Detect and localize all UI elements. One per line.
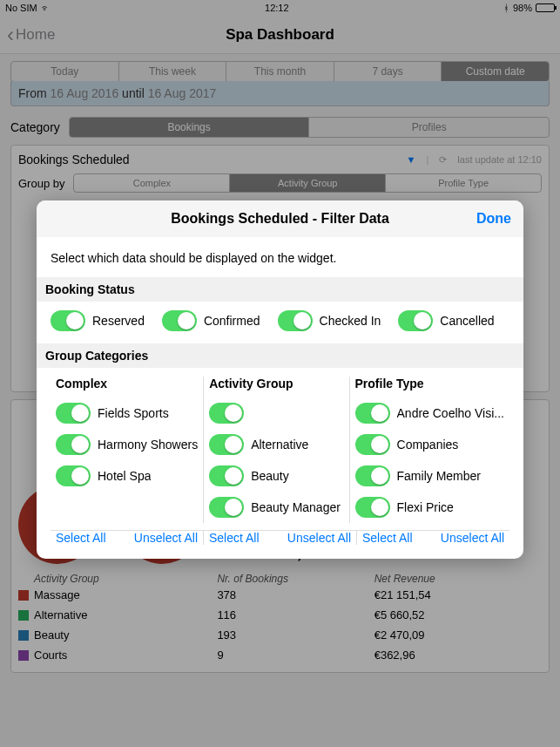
complex-select-all[interactable]: Select All	[56, 531, 106, 545]
modal-description: Select which data should be displayed on…	[51, 251, 509, 265]
toggle-label: Reserved	[92, 314, 145, 328]
complex-unselect-all[interactable]: Unselect All	[134, 531, 198, 545]
group-categories-title: Group Categories	[37, 343, 523, 368]
filter-modal: Bookings Scheduled - Filter Data Done Se…	[37, 200, 523, 559]
toggle-confirmed[interactable]	[162, 310, 197, 331]
option-label: Andre Coelho Visi...	[397, 406, 504, 420]
option-label: Family Member	[397, 469, 481, 483]
booking-status-title: Booking Status	[37, 277, 523, 302]
toggle-profile-item[interactable]	[355, 465, 390, 486]
profile-title: Profile Type	[355, 377, 504, 390]
option-label: Harmony Showers	[98, 438, 198, 452]
option-label: Companies	[397, 438, 459, 452]
option-label: Beauty Manager	[251, 500, 341, 514]
toggle-cancelled[interactable]	[398, 310, 433, 331]
option-label: Hotel Spa	[98, 469, 151, 483]
toggle-label: Checked In	[320, 314, 381, 328]
option-label: Beauty	[251, 469, 289, 483]
complex-title: Complex	[56, 377, 198, 390]
toggle-activity-item[interactable]	[209, 465, 244, 486]
activity-title: Activity Group	[209, 377, 343, 390]
toggle-activity-item[interactable]	[209, 497, 244, 518]
toggle-profile-item[interactable]	[355, 434, 390, 455]
toggle-complex-item[interactable]	[56, 434, 91, 455]
toggle-checked-in[interactable]	[278, 310, 313, 331]
toggle-label: Cancelled	[440, 314, 494, 328]
profile-unselect-all[interactable]: Unselect All	[441, 531, 504, 545]
activity-select-all[interactable]: Select All	[209, 531, 260, 545]
toggle-reserved[interactable]	[51, 310, 85, 331]
toggle-complex-item[interactable]	[56, 465, 91, 486]
toggle-activity-item[interactable]	[209, 403, 244, 424]
done-button[interactable]: Done	[476, 211, 511, 227]
toggle-profile-item[interactable]	[355, 403, 390, 424]
modal-title: Bookings Scheduled - Filter Data	[171, 211, 389, 227]
toggle-label: Confirmed	[204, 314, 260, 328]
toggle-activity-item[interactable]	[209, 434, 244, 455]
option-label: Alternative	[251, 438, 308, 452]
activity-unselect-all[interactable]: Unselect All	[287, 531, 351, 545]
option-label: Flexi Price	[397, 500, 454, 514]
toggle-profile-item[interactable]	[355, 497, 390, 518]
toggle-complex-item[interactable]	[56, 403, 91, 424]
profile-select-all[interactable]: Select All	[362, 531, 413, 545]
option-label: Fields Sports	[98, 406, 169, 420]
